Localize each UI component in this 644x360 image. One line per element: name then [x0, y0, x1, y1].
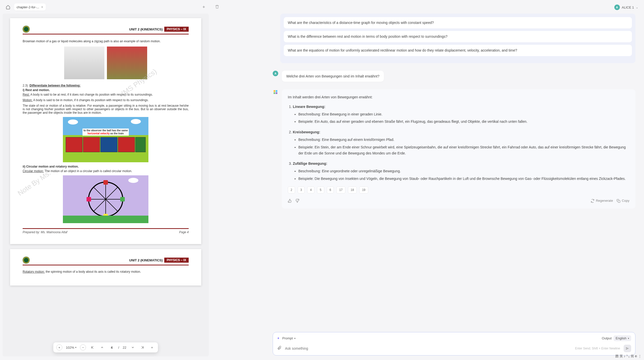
message-bubble: Welche drei Arten von Bewegungen sind im… — [282, 71, 384, 82]
reference-chip[interactable]: 3 — [298, 186, 305, 193]
user-message: A Welche drei Arten von Bewegungen sind … — [273, 71, 635, 82]
definition-text: A body is said to be at rest, if it does… — [30, 93, 153, 96]
ai-intro: Im Inhalt werden drei Arten von Bewegung… — [288, 94, 629, 100]
attach-button[interactable] — [277, 346, 281, 351]
suggestion-item[interactable]: What are the characteristics of a distan… — [284, 17, 632, 28]
regenerate-button[interactable]: Regenerate — [591, 198, 613, 204]
left-panel: chapter-2-for-... × + UNIT 2 (KINEMATICS… — [0, 0, 211, 360]
document-viewer[interactable]: UNIT 2 (KINEMATICS) PHYSICS – IX (MS Phy… — [3, 14, 209, 356]
reference-chip[interactable]: 17 — [336, 186, 345, 193]
thumbs-up-icon — [288, 199, 292, 203]
tab-bar: chapter-2-for-... × + — [3, 4, 209, 14]
first-page-button[interactable] — [90, 344, 96, 350]
paragraph: Brownian motion of a gas or liquid molec… — [23, 39, 189, 44]
thumbs-down-button[interactable] — [295, 199, 299, 203]
paperclip-icon — [277, 346, 281, 350]
suggestion-item[interactable]: What is the difference between rest and … — [284, 31, 632, 42]
copy-button[interactable]: Copy — [617, 198, 629, 204]
home-icon — [6, 5, 10, 9]
add-tab-button[interactable]: + — [201, 4, 207, 10]
pdf-toolbar: + 102%▾ − / 22 × — [53, 342, 158, 352]
zoom-level-dropdown[interactable]: 102%▾ — [66, 346, 76, 349]
svg-rect-4 — [618, 200, 620, 202]
cloud-icon — [128, 178, 138, 183]
reference-chip[interactable]: 18 — [348, 186, 357, 193]
cloud-icon — [68, 119, 78, 125]
list-item: Beschreibung: Eine Bewegung auf einem kr… — [298, 137, 629, 143]
copy-icon — [617, 199, 620, 203]
prompt-input[interactable] — [285, 346, 572, 350]
reference-chip[interactable]: 6 — [327, 186, 334, 193]
zoom-out-button[interactable]: − — [80, 344, 86, 350]
tab-title: chapter-2-for-... — [17, 5, 39, 9]
footer-author: Prepared by: Ms. Maimoona Altaf — [23, 230, 67, 234]
reference-chip[interactable]: 19 — [359, 186, 368, 193]
caption-text: to the observer the ball has the same — [84, 129, 128, 132]
definition-text: The motion of an object in a circular pa… — [44, 169, 132, 173]
unit-title: UNIT 2 (KINEMATICS) — [129, 258, 163, 262]
figure-ferris-wheel — [63, 175, 148, 223]
last-page-button[interactable] — [139, 344, 145, 350]
chat-scroll[interactable]: What are the characteristics of a distan… — [212, 14, 640, 330]
pdf-page-4: UNIT 2 (KINEMATICS) PHYSICS – IX (MS Phy… — [10, 18, 201, 244]
list-item: Beschreibung: Eine Bewegung in einer ger… — [298, 111, 629, 117]
close-icon[interactable]: × — [41, 5, 43, 9]
term-label: Circular motion: — [23, 169, 44, 173]
section-heading: Differentiate between the following: — [29, 84, 80, 87]
trash-icon — [215, 5, 219, 9]
caption-text: as the train — [110, 132, 124, 135]
list-item: Beispiele: Die Bewegung von Insekten und… — [298, 176, 629, 182]
language-dropdown[interactable]: English▾ — [614, 335, 631, 341]
composer: ✦ Prompt▾ Output English▾ Enter Send; Sh… — [273, 332, 635, 355]
delete-button[interactable] — [215, 5, 219, 10]
ime-status-bar[interactable]: 囲 英 ♪ ⁵ ₁ 简 ⊕ ⋮ — [615, 354, 641, 358]
school-logo-icon — [23, 26, 30, 33]
refresh-icon — [591, 199, 594, 203]
page-number-input[interactable] — [109, 346, 115, 349]
figure-train: to the observer the ball has the samehor… — [63, 117, 148, 162]
subheading: i) Rest and motion. — [23, 88, 189, 92]
figure-butterflies — [64, 47, 104, 79]
sparkle-icon: ✦ — [277, 336, 280, 340]
svg-rect-3 — [276, 92, 277, 94]
watermark-text: Note By Ms. — [16, 169, 52, 197]
reference-chip[interactable]: 5 — [317, 186, 324, 193]
send-icon — [625, 346, 629, 350]
subheading: ii) Circular motion and rotatory motion. — [23, 165, 189, 168]
prev-page-button[interactable] — [99, 344, 105, 350]
subject-badge: PHYSICS – IX — [164, 258, 189, 263]
cloud-icon — [131, 119, 141, 124]
prompt-mode-dropdown[interactable]: Prompt▾ — [282, 336, 296, 340]
svg-rect-1 — [276, 90, 277, 92]
input-hint: Enter Send; Shift + Enter Newline — [575, 347, 620, 350]
list-item: Beschreibung: Eine ungeordnete oder unre… — [298, 168, 629, 174]
reference-chips: 2 3 4 5 6 17 18 19 — [288, 186, 629, 193]
next-page-button[interactable] — [130, 344, 136, 350]
zoom-in-button[interactable]: + — [56, 344, 62, 350]
thumbs-up-button[interactable] — [288, 199, 292, 203]
caption-highlight: horizontal velocity — [88, 132, 110, 135]
suggestion-item[interactable]: What are the equations of motion for uni… — [284, 45, 632, 56]
ai-avatar-icon — [273, 89, 278, 95]
section-number: 2.3) — [23, 84, 28, 87]
definition-text: A body is said to be in motion, if it ch… — [32, 98, 149, 102]
list-item: Beispiele: Ein Stein, der am Ende einer … — [298, 144, 629, 156]
list-title: Lineare Bewegung: — [293, 105, 325, 109]
output-label: Output — [602, 336, 612, 340]
user-menu[interactable]: A ALICE 1 ⌄ — [614, 5, 638, 10]
user-name: ALICE 1 — [622, 6, 634, 9]
footer-page-number: Page 4 — [179, 230, 189, 234]
document-tab[interactable]: chapter-2-for-... × — [14, 4, 46, 11]
list-title: Zufällige Bewegung: — [293, 162, 327, 166]
reference-chip[interactable]: 4 — [307, 186, 314, 193]
close-toolbar-button[interactable]: × — [149, 344, 155, 350]
ai-response-body: Im Inhalt werden drei Arten von Bewegung… — [282, 89, 635, 209]
svg-rect-0 — [274, 90, 275, 92]
svg-rect-2 — [274, 92, 275, 94]
send-button[interactable] — [624, 345, 631, 352]
page-separator: / — [118, 346, 119, 349]
home-button[interactable] — [5, 4, 12, 11]
list-title: Kreisbewegung: — [293, 130, 320, 134]
term-label: Motion: — [23, 98, 32, 102]
reference-chip[interactable]: 2 — [288, 186, 295, 193]
